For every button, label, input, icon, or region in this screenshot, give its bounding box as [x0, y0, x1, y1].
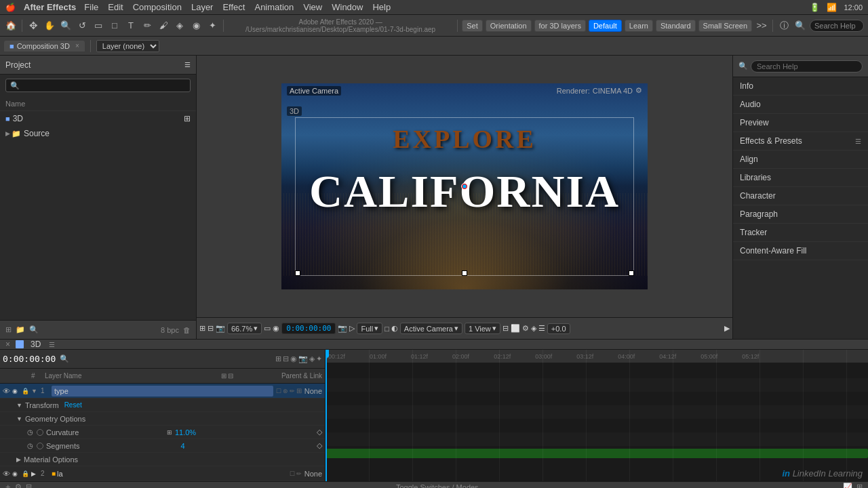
search-layer-icon[interactable]: 🔍: [60, 354, 69, 363]
comp-settings-icon[interactable]: ⚙: [15, 483, 22, 488]
play-icon[interactable]: ▷: [349, 324, 355, 333]
timecode-display[interactable]: 0:00:00:00: [281, 323, 336, 334]
hand-icon[interactable]: ✋: [43, 19, 56, 33]
orientation-button[interactable]: Orientation: [486, 20, 532, 32]
camera-icon2[interactable]: 📷: [338, 324, 347, 333]
rotate-icon[interactable]: ↺: [75, 19, 89, 33]
trash-icon[interactable]: 🗑: [183, 326, 191, 334]
solo-icon[interactable]: ◉: [290, 354, 297, 363]
zoom-fit-icon[interactable]: ⊟: [502, 324, 509, 333]
timeline-end-icon[interactable]: ⊞: [856, 483, 863, 488]
graph-icon[interactable]: 📈: [843, 483, 852, 488]
menu-item-view[interactable]: View: [303, 2, 322, 12]
project-item-3d[interactable]: ■ 3D ⊞: [0, 111, 196, 126]
for3d-button[interactable]: for 3D layers: [534, 20, 586, 32]
layer1-effect-icon[interactable]: ⊛: [283, 388, 288, 394]
renderer-settings-icon[interactable]: ⚙: [635, 86, 642, 95]
learn-button[interactable]: Learn: [625, 20, 653, 32]
brush-icon[interactable]: 🖌: [157, 19, 170, 33]
layer1-parent-dropdown[interactable]: None: [304, 387, 322, 395]
right-item-tracker[interactable]: Tracker: [733, 224, 868, 242]
safe-zones-icon[interactable]: ◉: [273, 324, 279, 333]
layer-dropdown[interactable]: Layer (none): [96, 40, 159, 52]
right-item-character[interactable]: Character: [733, 187, 868, 205]
move-icon[interactable]: ✥: [26, 19, 40, 33]
timeline-icon[interactable]: ▶: [724, 324, 730, 333]
right-item-audio[interactable]: Audio: [733, 96, 868, 114]
adj-icon[interactable]: ✦: [316, 354, 322, 363]
layer1-name[interactable]: type: [52, 386, 273, 396]
preview-range-icon[interactable]: ⊟: [26, 483, 32, 488]
menu-item-effect[interactable]: Effect: [222, 2, 245, 12]
apple-icon[interactable]: 🍎: [5, 3, 16, 12]
close-timeline-icon[interactable]: ×: [5, 340, 10, 349]
viewer-tab[interactable]: ■ Composition 3D ×: [4, 41, 85, 52]
layer1-lock-icon[interactable]: 🔒: [22, 388, 31, 394]
default-button[interactable]: Default: [589, 20, 622, 32]
menu-item-layer[interactable]: Layer: [191, 2, 214, 12]
new-comp-icon[interactable]: ⊞: [5, 325, 12, 334]
camera-layer-icon[interactable]: 📷: [298, 354, 308, 363]
timecode-main[interactable]: 0:00:00:00: [3, 354, 56, 364]
segments-value[interactable]: 4: [180, 442, 184, 450]
home-icon[interactable]: 🏠: [4, 19, 18, 33]
camera-dropdown[interactable]: Active Camera ▾: [400, 323, 462, 334]
right-item-paragraph[interactable]: Paragraph: [733, 205, 868, 224]
region-icon[interactable]: ▭: [264, 324, 271, 333]
zoom-display[interactable]: 66.7% ▾: [227, 323, 262, 334]
right-item-preview[interactable]: Preview: [733, 114, 868, 132]
folder-new-icon[interactable]: 📁: [16, 325, 25, 334]
viewer-grid-icon[interactable]: ⊟: [208, 324, 214, 333]
layer2-name[interactable]: la: [57, 470, 287, 478]
geometry-expand[interactable]: ▼: [16, 415, 22, 422]
set-button[interactable]: Set: [462, 20, 483, 32]
curvature-link-icon[interactable]: ⊞: [167, 429, 172, 436]
curvature-keyframe-icon[interactable]: ◇: [317, 428, 322, 436]
camera3-icon[interactable]: ⚙: [522, 324, 529, 333]
menu-item-composition[interactable]: Composition: [133, 2, 182, 12]
eraser-icon[interactable]: ◈: [173, 19, 186, 33]
layer1-expand[interactable]: ▼: [31, 388, 41, 394]
menu-item-animation[interactable]: Animation: [254, 2, 294, 12]
curvature-stopwatch[interactable]: ◷: [27, 428, 37, 436]
right-item-align[interactable]: Align: [733, 150, 868, 169]
curvature-value[interactable]: 11.0%: [175, 428, 196, 436]
right-search-input[interactable]: [751, 60, 863, 73]
add-layer-icon[interactable]: +: [5, 482, 11, 488]
select-icon[interactable]: ▭: [92, 19, 105, 33]
transform-reset[interactable]: Reset: [64, 401, 82, 409]
menu-item-edit[interactable]: Edit: [108, 2, 123, 12]
segments-keyframe-icon[interactable]: ◇: [317, 441, 322, 450]
render-icon[interactable]: □: [384, 325, 389, 333]
layer2-pen-icon[interactable]: ✏: [296, 470, 302, 477]
search-icon[interactable]: 🔍: [793, 19, 807, 33]
menu-bar[interactable]: FileEditCompositionLayerEffectAnimationV…: [84, 2, 391, 12]
puppet-icon[interactable]: ✦: [205, 19, 219, 33]
material-options-row[interactable]: ▶ Material Options: [0, 453, 325, 466]
modes-icon[interactable]: ⊟: [283, 354, 289, 363]
playhead[interactable]: [326, 350, 327, 481]
quality-dropdown[interactable]: Full ▾: [357, 323, 382, 334]
right-item-info[interactable]: Info: [733, 77, 868, 96]
layer2-lock-icon[interactable]: 🔒: [22, 470, 31, 477]
switch-cols-icon[interactable]: ⊞: [275, 354, 281, 363]
layer2-switch1[interactable]: ☐: [290, 470, 295, 477]
right-item-libraries[interactable]: Libraries: [733, 169, 868, 187]
layer2-visibility-icon[interactable]: 👁: [3, 470, 12, 478]
project-menu-icon[interactable]: ☰: [184, 61, 191, 68]
menu-item-window[interactable]: Window: [332, 2, 363, 12]
layer2-solo-dot[interactable]: ◉: [12, 470, 22, 477]
layer-1-row[interactable]: 👁 ◉ 🔒 ▼ 1 type ☐ ⊛ ✏ ⊞ None: [0, 384, 325, 399]
viewer-reset-icon[interactable]: ⊞: [199, 324, 205, 333]
view-dropdown[interactable]: 1 View ▾: [465, 323, 500, 334]
transform-expand[interactable]: ▼: [16, 402, 22, 409]
motion-icon[interactable]: ◈: [309, 354, 315, 363]
menu-item-help[interactable]: Help: [372, 2, 391, 12]
text-icon[interactable]: T: [124, 19, 138, 33]
layer1-solo-dot[interactable]: ◉: [12, 388, 22, 394]
draft-icon[interactable]: ◈: [531, 324, 536, 333]
layer2-parent-dropdown[interactable]: None: [304, 470, 322, 478]
layer1-3d-icon[interactable]: ☐: [276, 388, 281, 394]
timeline-tab-eq[interactable]: ☰: [49, 341, 55, 348]
render2-icon[interactable]: ⬜: [511, 324, 520, 333]
